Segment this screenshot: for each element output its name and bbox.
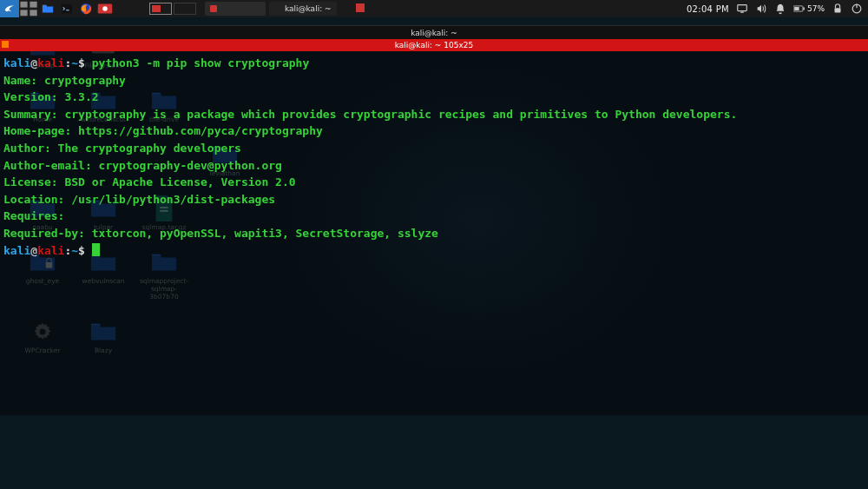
system-tray: 02:04 PM 57% <box>687 3 863 15</box>
workspace-window-icon <box>152 5 161 12</box>
task-color-icon <box>210 5 217 12</box>
red-square-icon <box>354 2 366 14</box>
windows-icon <box>19 0 38 18</box>
svg-rect-17 <box>740 12 744 13</box>
folder-icon <box>42 3 54 15</box>
top-panel: kali@kali: ~ 02:04 PM 57% <box>0 0 868 17</box>
terminal-body[interactable]: kali@kali:~$ python3 -m pip show cryptog… <box>0 51 868 415</box>
svg-rect-21 <box>835 8 841 12</box>
firefox-button[interactable] <box>76 0 95 17</box>
svg-rect-8 <box>30 2 36 8</box>
task-item-0[interactable] <box>205 2 266 16</box>
panel-launchers <box>0 0 115 17</box>
svg-rect-16 <box>738 5 747 11</box>
task-terminal-close[interactable] <box>354 2 366 16</box>
clock[interactable]: 02:04 PM <box>687 4 729 14</box>
terminal-tab-bar[interactable]: kali@kali: ~ <box>0 25 868 39</box>
svg-rect-23 <box>856 4 857 8</box>
svg-rect-15 <box>356 3 365 12</box>
speaker-icon <box>755 3 767 15</box>
file-manager-button[interactable] <box>38 0 57 17</box>
kali-dragon-icon <box>3 3 16 15</box>
svg-rect-9 <box>20 10 27 16</box>
svg-rect-7 <box>20 2 27 8</box>
task-item-1[interactable]: kali@kali: ~ <box>269 2 337 16</box>
task-label: kali@kali: ~ <box>285 4 332 13</box>
task-color-icon <box>274 5 281 12</box>
volume-button[interactable] <box>755 3 767 15</box>
display-icon <box>736 3 748 15</box>
svg-rect-10 <box>30 10 36 16</box>
svg-point-14 <box>102 6 108 11</box>
power-button[interactable] <box>851 3 863 15</box>
cursor <box>92 243 100 256</box>
power-icon <box>851 3 863 15</box>
svg-rect-19 <box>794 7 799 10</box>
workspace-1[interactable] <box>149 3 172 15</box>
battery-icon <box>793 3 806 15</box>
lock-button[interactable] <box>832 3 844 15</box>
window-list-button[interactable] <box>19 0 38 17</box>
svg-rect-11 <box>62 4 72 14</box>
lock-icon <box>832 3 844 15</box>
battery-percent: 57% <box>807 4 825 13</box>
terminal-title-bar[interactable]: kali@kali: ~ 105x25 <box>0 39 868 51</box>
terminal-icon <box>61 3 73 15</box>
display-toggle[interactable] <box>736 3 748 15</box>
terminal-title: kali@kali: ~ 105x25 <box>395 41 473 50</box>
kali-menu-button[interactable] <box>0 0 19 17</box>
terminal-launcher-button[interactable] <box>57 0 76 17</box>
workspace-switcher <box>149 3 198 15</box>
notifications-button[interactable] <box>774 3 786 15</box>
firefox-icon <box>80 3 92 15</box>
task-list: kali@kali: ~ <box>205 2 337 16</box>
record-icon <box>95 0 115 18</box>
terminal-corner-icon <box>2 41 9 48</box>
terminal-window: kali@kali: ~ kali@kali: ~ 105x25 kali@ka… <box>0 25 868 415</box>
bell-icon <box>774 3 786 15</box>
terminal-tab-title: kali@kali: ~ <box>411 29 457 37</box>
workspace-2[interactable] <box>174 3 196 15</box>
battery-indicator[interactable]: 57% <box>793 3 825 15</box>
record-indicator[interactable] <box>95 0 115 17</box>
svg-rect-20 <box>803 7 805 10</box>
